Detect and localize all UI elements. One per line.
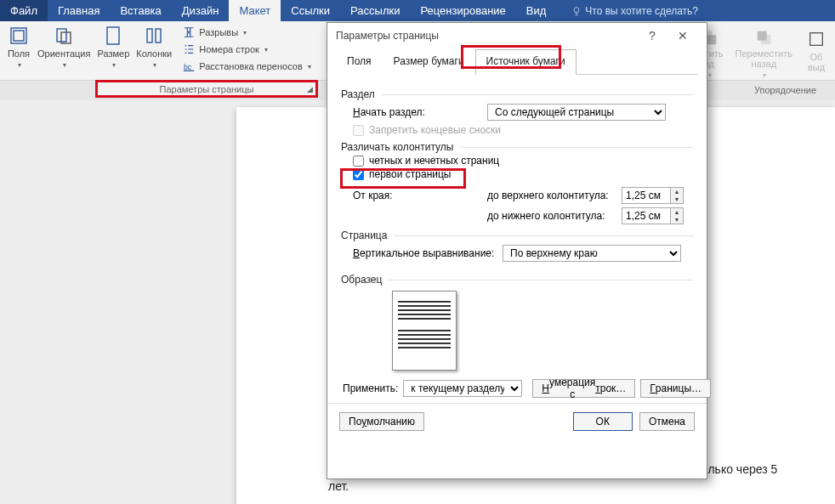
tab-paper-source[interactable]: Источник бумаги — [475, 49, 577, 75]
set-default-button[interactable]: По умолчанию — [339, 412, 424, 431]
line-numbers-dialog-button[interactable]: Нумерация строк… — [532, 379, 635, 398]
section-start-combo[interactable]: Со следующей страницы — [487, 104, 666, 121]
columns-icon — [144, 25, 164, 46]
tab-margins[interactable]: Поля — [336, 49, 383, 75]
svg-rect-11 — [758, 31, 767, 41]
svg-rect-9 — [707, 35, 716, 44]
headers-legend: Различать колонтитулы — [341, 141, 453, 153]
to-header-label: до верхнего колонтитула: — [487, 190, 615, 201]
orientation-icon — [54, 25, 74, 46]
tab-file[interactable]: Файл — [0, 0, 48, 21]
dialog-title: Параметры страницы — [336, 30, 439, 42]
breaks-icon — [183, 26, 195, 38]
header-spin-down[interactable]: ▼ — [671, 195, 683, 203]
svg-rect-4 — [107, 27, 119, 44]
first-page-label: первой страницы — [369, 168, 451, 180]
tab-review[interactable]: Рецензирование — [410, 0, 515, 21]
header-distance-input[interactable] — [622, 187, 671, 204]
svg-rect-1 — [14, 31, 24, 41]
apply-to-label: Применить: — [343, 382, 398, 394]
breaks-button[interactable]: Разрывы▾ — [179, 25, 314, 40]
page-setup-group-label: Параметры страницы ◢ — [95, 80, 318, 98]
ribbon-tab-row: Файл Главная Вставка Дизайн Макет Ссылки… — [0, 0, 835, 21]
dialog-titlebar: Параметры страницы ? ✕ — [327, 23, 707, 48]
footer-spin-up[interactable]: ▲ — [671, 208, 683, 216]
send-backward-button[interactable]: Переместить назад▾ — [732, 26, 796, 77]
lightbulb-icon — [571, 6, 582, 16]
tab-view[interactable]: Вид — [516, 0, 557, 21]
tell-me-label: Что вы хотите сделать? — [585, 5, 698, 17]
margins-button[interactable]: Поля▾ — [3, 23, 34, 74]
send-backward-icon — [754, 28, 773, 47]
to-footer-label: до нижнего колонтитула: — [487, 210, 615, 222]
line-numbers-button[interactable]: Номера строк▾ — [179, 42, 314, 57]
dialog-tabs: Поля Размер бумаги Источник бумаги — [336, 48, 698, 75]
suppress-endnotes-checkbox — [353, 125, 364, 136]
preview-thumbnail — [392, 291, 457, 371]
margins-icon — [9, 25, 29, 46]
selection-icon — [807, 30, 826, 48]
suppress-endnotes-label: Запретить концевые сноски — [369, 124, 501, 136]
help-button[interactable]: ? — [637, 29, 667, 42]
size-button[interactable]: Размер▾ — [94, 23, 133, 74]
page-legend: Страница — [341, 229, 387, 241]
hyphenation-button[interactable]: bc Расстановка переносов▾ — [179, 59, 314, 74]
svg-text:bc: bc — [184, 63, 192, 71]
borders-dialog-button[interactable]: Границы… — [640, 379, 711, 398]
svg-rect-6 — [156, 29, 161, 42]
arrange-group-label: Упорядочение — [754, 85, 816, 95]
size-icon — [105, 25, 122, 46]
header-spin-up[interactable]: ▲ — [671, 188, 683, 195]
hyphenation-icon: bc — [183, 60, 195, 72]
page-setup-launcher-icon[interactable]: ◢ — [307, 85, 313, 93]
section-start-label: Н — [353, 106, 361, 118]
close-button[interactable]: ✕ — [667, 29, 698, 42]
tab-home[interactable]: Главная — [48, 0, 110, 21]
tell-me-box[interactable]: Что вы хотите сделать? — [571, 0, 698, 21]
cancel-button[interactable]: Отмена — [639, 412, 695, 431]
line-numbers-icon — [183, 43, 195, 55]
from-edge-label: От края: — [353, 190, 480, 201]
preview-legend: Образец — [341, 274, 382, 286]
svg-rect-12 — [810, 33, 823, 46]
tab-references[interactable]: Ссылки — [281, 0, 340, 21]
columns-button[interactable]: Колонки▾ — [133, 23, 175, 74]
tab-insert[interactable]: Вставка — [110, 0, 171, 21]
svg-rect-5 — [147, 29, 152, 42]
selection-pane-button[interactable]: Об выд — [801, 26, 832, 77]
tab-layout[interactable]: Макет — [229, 0, 281, 21]
apply-to-combo[interactable]: к текущему разделу — [403, 380, 522, 397]
orientation-button[interactable]: Ориентация▾ — [34, 23, 94, 74]
odd-even-label: четных и нечетных страниц — [369, 155, 499, 167]
tab-mailings[interactable]: Рассылки — [340, 0, 410, 21]
valign-combo[interactable]: По верхнему краю — [503, 245, 681, 262]
section-legend: Раздел — [341, 88, 375, 100]
footer-distance-input[interactable] — [622, 207, 671, 224]
odd-even-checkbox[interactable] — [353, 156, 364, 167]
ok-button[interactable]: ОК — [573, 412, 633, 431]
tab-paper-size[interactable]: Размер бумаги — [383, 49, 475, 75]
first-page-checkbox[interactable] — [353, 169, 364, 180]
footer-spin-down[interactable]: ▼ — [671, 216, 683, 224]
page-setup-dialog: Параметры страницы ? ✕ Поля Размер бумаг… — [327, 22, 707, 479]
tab-design[interactable]: Дизайн — [172, 0, 230, 21]
